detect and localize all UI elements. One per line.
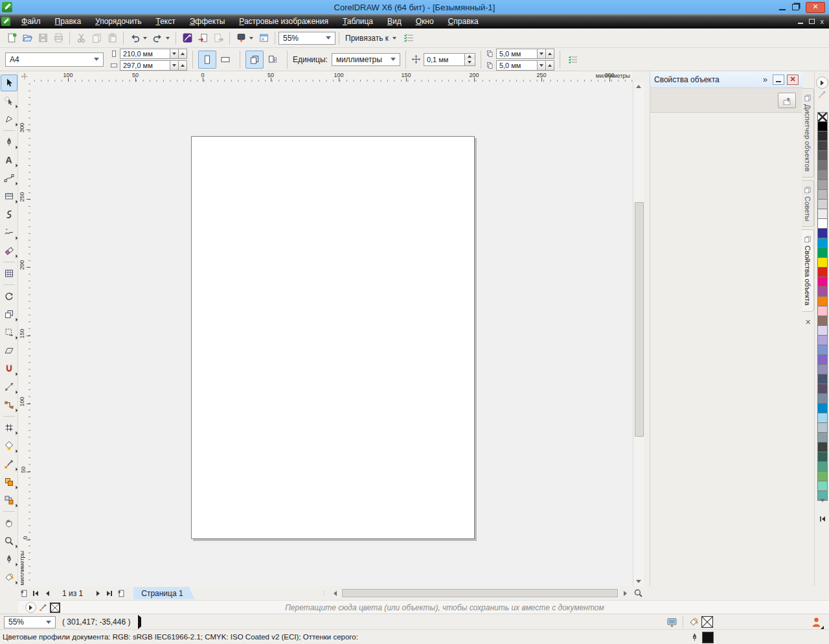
redo-button[interactable] [150,30,165,46]
attributes-eyedropper-tool[interactable] [1,492,17,509]
extrude-tool[interactable] [1,306,17,323]
palette-swatch-18[interactable] [817,287,828,297]
palette-swatch-37[interactable] [817,472,828,481]
bezier-tool[interactable] [1,170,17,187]
palette-swatch-22[interactable] [817,326,828,336]
palette-swatch-17[interactable] [817,277,828,287]
palette-swatch-26[interactable] [817,365,828,374]
previous-page-button[interactable] [41,588,53,599]
status-zoom-select[interactable]: 55% [4,616,56,628]
all-pages-button[interactable] [245,51,264,69]
zoom-level-select[interactable]: 55% [278,32,335,45]
menu-help[interactable]: Справка [441,15,486,28]
nudge-down-button[interactable] [465,60,475,65]
welcome-screen-button[interactable] [256,30,271,46]
minimize-button[interactable] [779,9,786,10]
drawing-canvas[interactable] [30,82,633,586]
fill-none-swatch[interactable] [701,616,713,628]
scroll-down-button[interactable] [633,577,644,586]
palette-swatch-24[interactable] [817,345,828,355]
docker-tab-object-properties[interactable]: Свойства объекта [802,229,814,311]
palette-swatch-25[interactable] [817,355,828,365]
add-page-after-button[interactable] [115,588,127,599]
palette-swatch-12[interactable] [817,229,828,238]
palette-swatch-2[interactable] [817,132,828,141]
palette-swatch-8[interactable] [817,190,828,200]
menu-text[interactable]: Текст [148,15,182,28]
import-button[interactable] [195,30,210,46]
palette-expand-button[interactable] [820,516,825,522]
restore-button[interactable] [792,4,799,10]
status-expand-button[interactable] [138,617,141,627]
palette-scroll-down-button[interactable] [820,502,825,514]
outline-pen-tool[interactable] [1,551,17,568]
palette-swatch-29[interactable] [817,394,828,404]
portrait-orientation-button[interactable] [198,51,216,69]
docker-close-button[interactable]: ✕ [787,75,799,85]
scroll-left-button[interactable] [329,588,341,599]
property-options-button[interactable] [565,52,581,67]
search-content-button[interactable] [179,30,195,46]
palette-swatch-14[interactable] [817,248,828,258]
application-launcher-dropdown-arrow[interactable] [249,37,253,40]
palette-swatch-32[interactable] [817,423,828,433]
scroll-up-button[interactable] [633,82,644,91]
palette-swatch-15[interactable] [817,258,828,268]
docker-tabs-close-button[interactable]: ✕ [802,318,814,327]
docker-minimize-button[interactable] [773,75,784,85]
zoom-tool[interactable] [1,533,17,549]
palette-grip[interactable]: ∙∙∙ [819,72,825,76]
palette-swatch-6[interactable] [817,170,828,180]
palette-swatch-23[interactable] [817,336,828,345]
menu-file[interactable]: Файл [14,15,48,28]
smart-fill-tool[interactable] [1,437,17,454]
menu-arrange[interactable]: Упорядочить [88,15,148,28]
palette-swatch-11[interactable] [817,219,828,229]
palette-swatch-31[interactable] [817,413,828,423]
duplicate-x-field[interactable]: 5,0 мм [496,49,538,59]
menu-edit[interactable]: Правка [48,15,89,28]
new-document-button[interactable] [4,30,19,46]
palette-swatch-16[interactable] [817,268,828,277]
outline-color-icon[interactable] [690,632,699,642]
outline-color-swatch[interactable] [702,632,714,643]
document-palette-no-color-swatch[interactable] [50,603,60,613]
document-restore-button[interactable] [809,19,815,24]
horizontal-scrollbar-thumb[interactable] [342,589,618,597]
duplicate-y-down-button[interactable] [538,60,546,71]
palette-swatch-10[interactable] [817,209,828,219]
palette-swatch-33[interactable] [817,433,828,443]
vertical-ruler[interactable]: миллиметры 300250200150100500 [18,82,31,586]
palette-swatch-9[interactable] [817,200,828,209]
palette-swatch-21[interactable] [817,316,828,326]
free-rotate-tool[interactable] [1,288,17,305]
menu-effects[interactable]: Эффекты [183,15,233,28]
step-and-repeat-tool[interactable] [1,474,17,490]
eraser-tool[interactable] [1,242,17,259]
palette-swatch-19[interactable] [817,297,828,306]
document-palette-eyedropper-icon[interactable] [39,603,47,612]
palette-swatch-4[interactable] [817,151,828,161]
document-palette-flyout-button[interactable] [25,602,36,613]
last-page-button[interactable] [104,588,115,599]
nudge-up-button[interactable] [465,54,475,60]
add-page-before-button[interactable] [18,588,30,599]
document-close-button[interactable]: x [821,18,824,25]
menu-view[interactable]: Вид [380,15,409,28]
docker-expand-button[interactable] [778,93,796,108]
palette-scroll-up-button[interactable] [820,100,825,111]
attract-tool[interactable] [1,360,17,377]
undo-button[interactable] [127,30,142,46]
duplicate-y-field[interactable]: 5,0 мм [496,60,538,71]
fill-tool[interactable] [1,569,17,586]
scroll-right-button[interactable] [619,588,631,599]
redo-dropdown-arrow[interactable] [166,37,170,40]
text-tool[interactable]: A [1,152,17,168]
page-width-down-button[interactable] [170,49,179,59]
dimension-tool[interactable] [1,378,17,395]
units-select[interactable]: миллиметры [332,53,400,66]
freehand-line-tool[interactable] [1,224,17,241]
transform-tool[interactable] [1,324,17,341]
pick-tool[interactable] [1,75,17,91]
palette-swatch-30[interactable] [817,404,828,413]
